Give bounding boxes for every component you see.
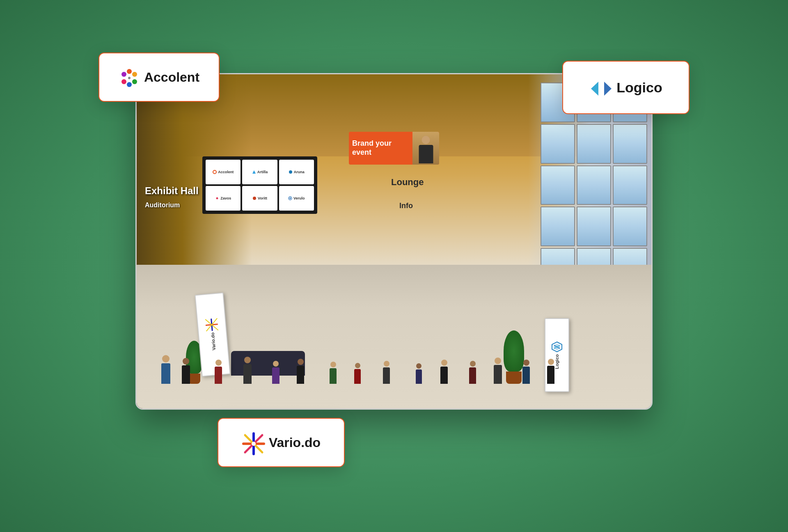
window-pane (541, 165, 575, 205)
window-pane (613, 124, 647, 164)
svg-point-0 (213, 170, 216, 174)
accolent-name: Accolent (144, 70, 199, 85)
sponsor-zavos: Zavos (206, 186, 241, 211)
svg-point-18 (121, 72, 126, 77)
scene-container: Brand your event Accolent Artilla (86, 40, 702, 492)
logico-name: Logico (616, 80, 662, 96)
sponsor-accolent: Accolent (206, 160, 241, 184)
window-pane (577, 165, 611, 205)
window-pane (577, 206, 611, 246)
svg-point-26 (252, 442, 256, 446)
window-pane (541, 206, 575, 246)
variodo-icon (242, 432, 263, 453)
people-layer (137, 261, 651, 384)
svg-point-15 (132, 79, 137, 84)
svg-rect-21 (598, 86, 604, 92)
window-pane (613, 206, 647, 246)
person-body (419, 145, 433, 163)
variodo-name: Vario.do (269, 435, 321, 450)
logo-card-logico: Logico (562, 61, 690, 114)
window-pane (541, 124, 575, 164)
logo-card-variodo: Vario.do (218, 418, 345, 467)
svg-point-2 (253, 197, 256, 200)
person-head (422, 136, 430, 144)
svg-point-19 (128, 77, 131, 79)
sponsor-aruna: Aruna (279, 160, 314, 184)
svg-point-17 (121, 79, 126, 84)
banner-person-image (412, 132, 439, 165)
sponsor-voritt: Voritt (242, 186, 277, 211)
window-pane (613, 165, 647, 205)
banner-person (417, 136, 435, 165)
svg-point-14 (132, 72, 137, 77)
banner-text: Brand your event (349, 136, 412, 160)
announcement-banner: Brand your event (349, 132, 439, 165)
logico-icon (589, 77, 611, 98)
svg-point-1 (289, 170, 292, 174)
lounge-sign: Lounge (391, 177, 424, 188)
venue-image: Brand your event Accolent Artilla (137, 74, 651, 408)
exhibit-hall-sign: Exhibit Hall (145, 185, 199, 197)
svg-point-16 (127, 82, 132, 87)
svg-point-13 (127, 69, 132, 74)
sponsor-verulo: Verulo (279, 186, 314, 211)
info-sign: Info (399, 202, 413, 210)
logo-card-accolent: Accolent (98, 53, 220, 102)
svg-point-4 (289, 197, 291, 199)
venue-screen: Brand your event Accolent Artilla (135, 73, 653, 410)
window-pane (577, 124, 611, 164)
accolent-icon (119, 67, 138, 87)
sponsor-artilla: Artilla (242, 160, 277, 184)
sponsor-board: Accolent Artilla Aruna Zavos Voritt (202, 156, 317, 214)
auditorium-sign: Auditorium (145, 202, 180, 209)
